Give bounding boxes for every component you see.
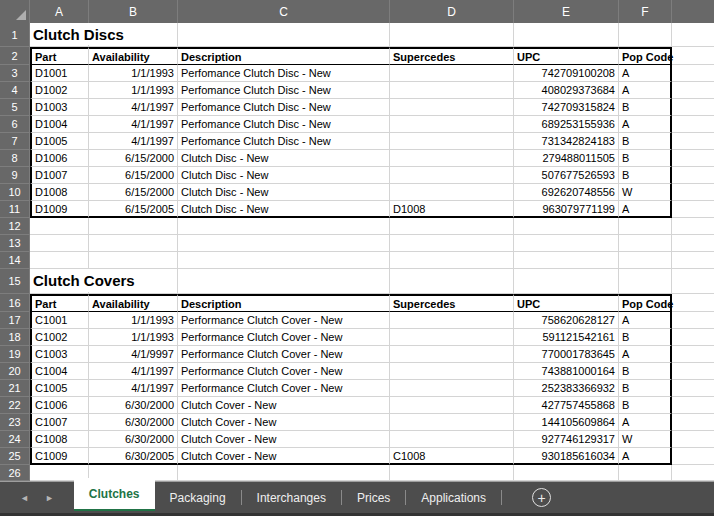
cell-F16[interactable]: Pop Code (619, 294, 672, 312)
cell-D5[interactable] (390, 99, 514, 116)
cell-F5[interactable]: B (619, 99, 672, 116)
cell-overflow-11[interactable] (672, 201, 714, 218)
cell-B19[interactable]: 4/1/9997 (89, 346, 178, 363)
cell-A12[interactable] (30, 218, 89, 235)
cell-B8[interactable]: 6/15/2000 (89, 150, 178, 167)
cell-A13[interactable] (30, 235, 89, 252)
row-header-25[interactable]: 25 (0, 448, 30, 465)
cell-C11[interactable]: Clutch Disc - New (178, 201, 390, 218)
cell-C10[interactable]: Clutch Disc - New (178, 184, 390, 201)
row-header-9[interactable]: 9 (0, 167, 30, 184)
cell-overflow-4[interactable] (672, 82, 714, 99)
cell-C17[interactable]: Performance Clutch Cover - New (178, 312, 390, 329)
column-header-C[interactable]: C (178, 0, 390, 23)
cell-D21[interactable] (390, 380, 514, 397)
cell-B4[interactable]: 1/1/1993 (89, 82, 178, 99)
cell-D18[interactable] (390, 329, 514, 346)
sheet-tab-interchanges[interactable]: Interchanges (242, 482, 341, 513)
cell-E10[interactable]: 692620748556 (514, 184, 619, 201)
cell-A10[interactable]: D1008 (30, 184, 89, 201)
cell-A5[interactable]: D1003 (30, 99, 89, 116)
cell-E14[interactable] (514, 252, 619, 269)
cell-overflow-21[interactable] (672, 380, 714, 397)
cell-D8[interactable] (390, 150, 514, 167)
cell-E23[interactable]: 144105609864 (514, 414, 619, 431)
cell-overflow-3[interactable] (672, 65, 714, 82)
cell-E6[interactable]: 689253155936 (514, 116, 619, 133)
column-header-D[interactable]: D (390, 0, 514, 23)
cell-E13[interactable] (514, 235, 619, 252)
cell-D2[interactable]: Supercedes (390, 47, 514, 65)
row-header-20[interactable]: 20 (0, 363, 30, 380)
cell-D22[interactable] (390, 397, 514, 414)
cell-E3[interactable]: 742709100208 (514, 65, 619, 82)
sheet-nav-right-icon[interactable]: ► (45, 493, 54, 503)
cell-F14[interactable] (619, 252, 672, 269)
sheet-tab-prices[interactable]: Prices (342, 482, 405, 513)
cell-overflow-22[interactable] (672, 397, 714, 414)
cell-E26[interactable] (514, 465, 619, 481)
row-header-1[interactable]: 1 (0, 23, 30, 47)
cell-E19[interactable]: 770001783645 (514, 346, 619, 363)
cell-overflow-8[interactable] (672, 150, 714, 167)
cell-B16[interactable]: Availability (89, 294, 178, 312)
cell-F18[interactable]: B (619, 329, 672, 346)
cell-C3[interactable]: Perfomance Clutch Disc - New (178, 65, 390, 82)
cell-D11[interactable]: D1008 (390, 201, 514, 218)
cell-B7[interactable]: 4/1/1997 (89, 133, 178, 150)
cell-F25[interactable]: A (619, 448, 672, 465)
cell-A4[interactable]: D1002 (30, 82, 89, 99)
cell-F4[interactable]: A (619, 82, 672, 99)
cell-F1[interactable] (619, 23, 672, 47)
cell-B11[interactable]: 6/15/2005 (89, 201, 178, 218)
cell-C9[interactable]: Clutch Disc - New (178, 167, 390, 184)
cell-E15[interactable] (514, 269, 619, 294)
cell-C8[interactable]: Clutch Disc - New (178, 150, 390, 167)
row-header-17[interactable]: 17 (0, 312, 30, 329)
cell-F2[interactable]: Pop Code (619, 47, 672, 65)
cell-overflow-25[interactable] (672, 448, 714, 465)
cell-E20[interactable]: 743881000164 (514, 363, 619, 380)
cell-A2[interactable]: Part (30, 47, 89, 65)
cell-D24[interactable] (390, 431, 514, 448)
cell-overflow-12[interactable] (672, 218, 714, 235)
cell-B9[interactable]: 6/15/2000 (89, 167, 178, 184)
cell-E5[interactable]: 742709315824 (514, 99, 619, 116)
cell-E9[interactable]: 507677526593 (514, 167, 619, 184)
cell-A3[interactable]: D1001 (30, 65, 89, 82)
cell-B12[interactable] (89, 218, 178, 235)
cell-B10[interactable]: 6/15/2000 (89, 184, 178, 201)
cell-B17[interactable]: 1/1/1993 (89, 312, 178, 329)
cell-F26[interactable] (619, 465, 672, 481)
cell-D9[interactable] (390, 167, 514, 184)
cell-B24[interactable]: 6/30/2000 (89, 431, 178, 448)
cell-F23[interactable]: A (619, 414, 672, 431)
row-header-19[interactable]: 19 (0, 346, 30, 363)
cell-B25[interactable]: 6/30/2005 (89, 448, 178, 465)
cell-C1[interactable] (178, 23, 390, 47)
cell-D13[interactable] (390, 235, 514, 252)
cell-F7[interactable]: B (619, 133, 672, 150)
cell-E25[interactable]: 930185616034 (514, 448, 619, 465)
cell-D4[interactable] (390, 82, 514, 99)
cell-A17[interactable]: C1001 (30, 312, 89, 329)
cell-A25[interactable]: C1009 (30, 448, 89, 465)
cell-C6[interactable]: Perfomance Clutch Disc - New (178, 116, 390, 133)
cell-F12[interactable] (619, 218, 672, 235)
cell-C23[interactable]: Clutch Cover - New (178, 414, 390, 431)
column-header-A[interactable]: A (30, 0, 89, 23)
cell-F9[interactable]: B (619, 167, 672, 184)
cell-B2[interactable]: Availability (89, 47, 178, 65)
cell-F19[interactable]: A (619, 346, 672, 363)
cell-E12[interactable] (514, 218, 619, 235)
row-header-18[interactable]: 18 (0, 329, 30, 346)
cell-B18[interactable]: 1/1/1993 (89, 329, 178, 346)
cell-A16[interactable]: Part (30, 294, 89, 312)
cell-overflow-14[interactable] (672, 252, 714, 269)
cell-C15[interactable] (178, 269, 390, 294)
cell-F8[interactable]: B (619, 150, 672, 167)
cell-D26[interactable] (390, 465, 514, 481)
sheet-nav-left-icon[interactable]: ◄ (20, 493, 29, 503)
column-header-E[interactable]: E (514, 0, 619, 23)
cell-overflow-18[interactable] (672, 329, 714, 346)
